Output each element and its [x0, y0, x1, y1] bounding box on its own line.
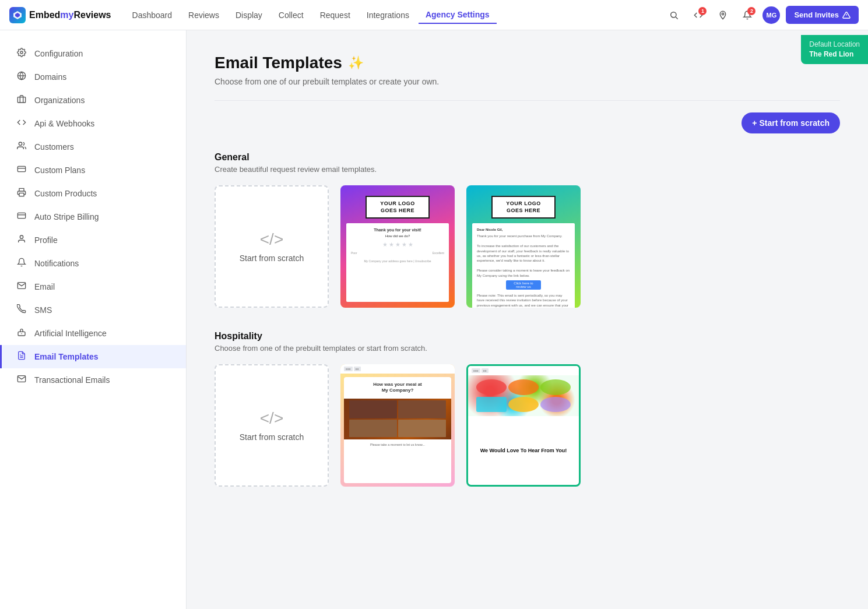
code-brackets-icon-hosp: </> [260, 409, 283, 428]
ai-icon [16, 328, 27, 339]
general-section-subtitle: Create beautiful request review email te… [215, 165, 840, 174]
general-scratch-label: Start from scratch [240, 254, 304, 263]
start-from-scratch-top-button[interactable]: + Start from scratch [742, 112, 840, 133]
sidebar-item-email-templates[interactable]: Email Templates [0, 345, 186, 368]
sidebar-item-profile-label: Profile [34, 235, 58, 245]
divider [215, 100, 840, 101]
sidebar-item-organizations-label: Organizations [34, 96, 85, 105]
purple-template-inner: YOUR LOGO GOES HERE Thank you for your v… [340, 185, 455, 308]
globe-icon [16, 71, 27, 83]
sidebar-item-api-label: Api & Webhooks [34, 119, 94, 128]
sidebar-item-sms-label: SMS [34, 305, 52, 315]
teal-template-inner: YOUR LOGO GOES HERE Dear Nicole Gil, Tha… [466, 185, 581, 308]
sidebar-item-customers[interactable]: Customers [0, 135, 186, 159]
sidebar-item-auto-stripe[interactable]: Auto Stripe Billing [0, 205, 186, 228]
sidebar-item-transactional-label: Transactional Emails [34, 375, 110, 385]
general-purple-template[interactable]: YOUR LOGO GOES HERE Thank you for your v… [340, 185, 455, 308]
sparkle-icon: ✨ [348, 55, 364, 71]
nav-request[interactable]: Request [313, 7, 357, 23]
bell-icon [16, 258, 27, 269]
page-title-row: Email Templates ✨ [215, 54, 840, 72]
sidebar-item-transactional[interactable]: Transactional Emails [0, 368, 186, 392]
transactional-icon [16, 374, 27, 386]
sidebar-item-configuration[interactable]: Configuration [0, 42, 186, 65]
notifications-button[interactable]: 2 [738, 6, 757, 24]
sidebar-item-email-label: Email [34, 282, 55, 291]
sidebar-item-email-templates-label: Email Templates [34, 352, 98, 361]
sidebar-item-custom-products[interactable]: Custom Products [0, 182, 186, 205]
teal-logo-box: YOUR LOGO GOES HERE [491, 196, 556, 219]
hospitality-templates-grid: </> Start from scratch ≡≡≡ ≡≡ [215, 364, 840, 487]
purple-logo-box: YOUR LOGO GOES HERE [366, 196, 430, 219]
svg-rect-14 [19, 193, 24, 196]
top-action-row: + Start from scratch [215, 112, 840, 133]
svg-point-2 [671, 12, 676, 17]
hospitality-section: Hospitality Choose from one of the prebu… [215, 331, 840, 487]
products-icon [16, 188, 27, 199]
purple-template-body: Thank you for your visit! How did we do?… [346, 223, 449, 302]
general-scratch-template[interactable]: </> Start from scratch [215, 185, 329, 308]
code-badge: 1 [698, 7, 707, 15]
sidebar-item-email[interactable]: Email [0, 275, 186, 298]
teal-template-body: Dear Nicole Gil, Thank you for your rece… [472, 223, 575, 308]
hospitality-peach-template[interactable]: ≡≡≡ ≡≡ How was your meal atMy Company? [340, 364, 455, 487]
main-content: Email Templates ✨ Choose from one of our… [187, 30, 868, 609]
nav-reviews[interactable]: Reviews [181, 7, 226, 23]
doc-icon [16, 351, 27, 362]
stripe-icon [16, 211, 27, 223]
sidebar-item-auto-stripe-label: Auto Stripe Billing [34, 212, 99, 221]
page-subtitle: Choose from one of our prebuilt template… [215, 77, 840, 86]
sidebar-item-customers-label: Customers [34, 142, 74, 152]
svg-rect-15 [17, 213, 25, 218]
gear-icon [16, 48, 27, 59]
nav-display[interactable]: Display [229, 7, 269, 23]
email-icon [16, 281, 27, 293]
hospitality-green-template[interactable]: ≡≡≡ ≡≡ [466, 364, 581, 487]
avatar-button[interactable]: MG [762, 6, 780, 24]
default-location-name: The Red Lion [809, 50, 860, 59]
hospitality-scratch-template[interactable]: </> Start from scratch [215, 364, 329, 487]
sidebar-item-ai[interactable]: Artificial Intelligence [0, 322, 186, 345]
sidebar-item-notifications[interactable]: Notifications [0, 252, 186, 275]
topnav-right: 1 2 MG Send Invites [665, 6, 859, 24]
nav-agency-settings[interactable]: Agency Settings [419, 6, 497, 24]
sidebar-item-api[interactable]: Api & Webhooks [0, 112, 186, 135]
svg-line-3 [676, 17, 678, 19]
topnav-links: Dashboard Reviews Display Collect Reques… [125, 6, 665, 24]
default-location-badge[interactable]: Default Location The Red Lion [801, 35, 868, 64]
search-button[interactable] [665, 6, 683, 24]
sidebar-item-profile[interactable]: Profile [0, 228, 186, 252]
svg-point-7 [20, 51, 23, 54]
general-section: General Create beautiful request review … [215, 152, 840, 308]
svg-point-11 [19, 142, 22, 145]
topnav: EmbedmyReviews Dashboard Reviews Display… [0, 0, 868, 30]
location-button[interactable] [714, 6, 732, 24]
page-title: Email Templates [215, 54, 342, 72]
layout: Configuration Domains Organizations Api … [0, 30, 868, 609]
general-teal-template[interactable]: YOUR LOGO GOES HERE Dear Nicole Gil, Tha… [466, 185, 581, 308]
svg-point-17 [20, 235, 23, 238]
nav-collect[interactable]: Collect [272, 7, 311, 23]
sms-icon [16, 304, 27, 316]
plans-icon [16, 164, 27, 176]
nav-dashboard[interactable]: Dashboard [125, 7, 180, 23]
code-button[interactable]: 1 [689, 6, 708, 24]
logo-icon [9, 7, 26, 23]
sidebar-item-sms[interactable]: SMS [0, 298, 186, 322]
notifications-badge: 2 [747, 7, 755, 15]
logo[interactable]: EmbedmyReviews [9, 7, 111, 23]
hospitality-section-title: Hospitality [215, 331, 840, 342]
sidebar-item-custom-plans[interactable]: Custom Plans [0, 159, 186, 182]
nav-integrations[interactable]: Integrations [360, 7, 416, 23]
sidebar-item-domains[interactable]: Domains [0, 65, 186, 89]
sidebar: Configuration Domains Organizations Api … [0, 30, 187, 609]
code-brackets-icon: </> [260, 230, 283, 249]
svg-point-4 [722, 13, 724, 15]
send-invites-button[interactable]: Send Invites [786, 6, 859, 24]
sidebar-item-custom-products-label: Custom Products [34, 189, 97, 198]
svg-rect-10 [17, 97, 25, 103]
sidebar-item-domains-label: Domains [34, 72, 66, 82]
default-location-label: Default Location [809, 40, 860, 50]
general-section-title: General [215, 152, 840, 163]
sidebar-item-organizations[interactable]: Organizations [0, 89, 186, 112]
